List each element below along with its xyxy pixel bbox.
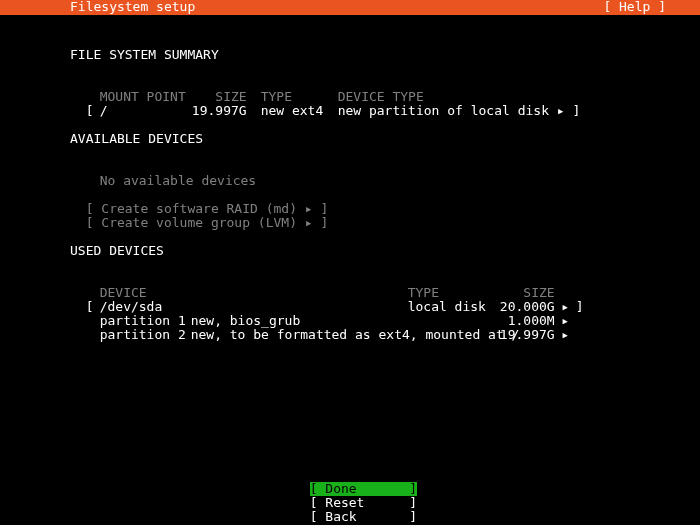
file-system-summary-heading: FILE SYSTEM SUMMARY <box>70 48 666 62</box>
size: 19.997G <box>191 104 247 118</box>
title-bar: Filesystem setup [ Help ] <box>0 0 700 15</box>
device-type: new partition of local disk <box>338 103 549 118</box>
available-devices-heading: AVAILABLE DEVICES <box>70 132 666 146</box>
back-button[interactable]: [ Back] <box>294 496 417 524</box>
summary-row[interactable]: [/19.997Gnew ext4new partition of local … <box>70 90 666 118</box>
partition-name: partition 2 <box>100 328 191 342</box>
partition-size: 19.997G <box>492 328 555 342</box>
triangle-right-icon: ▸ <box>555 328 576 342</box>
mount-point: / <box>100 104 191 118</box>
triangle-right-icon: ▸ <box>305 215 313 230</box>
partition-row-2[interactable]: partition 2new, to be formatted as ext4,… <box>70 314 666 342</box>
no-available-devices: No available devices <box>70 160 666 188</box>
create-lvm-button[interactable]: [ Create volume group (LVM) ▸ ] <box>70 202 666 230</box>
partition-desc: new, to be formatted as ext4, mounted at… <box>191 328 492 342</box>
bracket-close: ] <box>572 103 580 118</box>
fs-type: new ext4 <box>261 104 324 118</box>
triangle-right-icon: ▸ <box>557 103 565 118</box>
help-button[interactable]: [ Help ] <box>603 0 666 14</box>
page-title: Filesystem setup <box>70 0 195 14</box>
used-devices-heading: USED DEVICES <box>70 244 666 258</box>
bracket-open: [ <box>86 104 100 118</box>
